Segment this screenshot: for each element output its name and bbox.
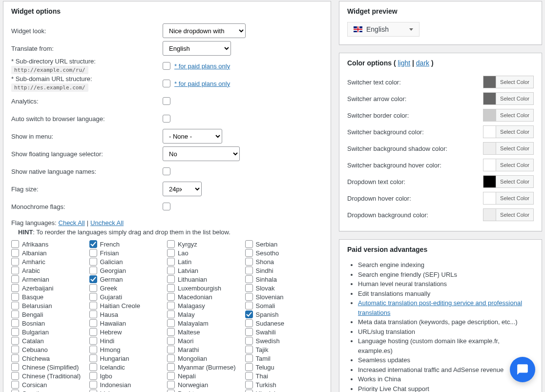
language-item[interactable]: Sindhi — [245, 266, 323, 275]
language-item[interactable]: Bulgarian — [11, 328, 89, 336]
language-item[interactable]: Telugu — [245, 363, 323, 371]
language-checkbox[interactable] — [11, 390, 19, 392]
preview-dropdown[interactable]: English — [347, 22, 419, 37]
language-item[interactable]: Spanish — [245, 310, 323, 319]
language-item[interactable]: Mongolian — [167, 354, 245, 363]
language-item[interactable]: Afrikaans — [11, 240, 89, 248]
language-checkbox[interactable] — [11, 310, 19, 318]
select-color-button[interactable]: Select Color — [496, 176, 533, 187]
language-item[interactable]: Amharic — [11, 257, 89, 266]
language-checkbox[interactable] — [245, 310, 253, 318]
language-item[interactable]: French — [89, 240, 168, 248]
language-checkbox[interactable] — [245, 267, 253, 274]
language-item[interactable]: Armenian — [11, 275, 89, 284]
language-item[interactable]: Slovenian — [245, 292, 323, 301]
language-item[interactable]: Hmong — [89, 345, 168, 354]
language-checkbox[interactable] — [167, 337, 175, 345]
language-item[interactable]: Malagasy — [167, 301, 245, 310]
language-item[interactable]: Sinhala — [245, 275, 323, 284]
language-item[interactable]: Arabic — [11, 266, 89, 275]
analytics-checkbox[interactable] — [163, 97, 170, 105]
translate-from-select[interactable]: English — [163, 41, 231, 56]
language-item[interactable]: Malay — [167, 310, 245, 319]
language-checkbox[interactable] — [11, 328, 19, 336]
language-checkbox[interactable] — [89, 346, 97, 353]
language-item[interactable]: Latvian — [167, 266, 245, 275]
language-checkbox[interactable] — [245, 249, 253, 257]
color-picker[interactable]: Select Color — [483, 208, 534, 221]
language-item[interactable]: Basque — [11, 292, 89, 301]
color-picker[interactable]: Select Color — [483, 76, 534, 88]
language-checkbox[interactable] — [89, 337, 97, 345]
language-item[interactable]: Macedonian — [167, 292, 245, 301]
language-checkbox[interactable] — [167, 267, 175, 274]
subdir-checkbox[interactable] — [163, 62, 170, 70]
language-checkbox[interactable] — [167, 284, 175, 292]
language-checkbox[interactable] — [89, 354, 97, 362]
color-picker[interactable]: Select Color — [483, 109, 534, 122]
color-picker[interactable]: Select Color — [483, 125, 534, 138]
language-item[interactable]: Catalan — [11, 336, 89, 345]
language-item[interactable]: Hausa — [89, 310, 168, 319]
language-checkbox[interactable] — [89, 284, 97, 292]
language-checkbox[interactable] — [167, 328, 175, 336]
chat-launcher[interactable] — [510, 357, 535, 382]
select-color-button[interactable]: Select Color — [496, 159, 533, 171]
language-item[interactable]: Corsican — [11, 380, 89, 389]
language-item[interactable]: Frisian — [89, 248, 168, 257]
language-item[interactable]: Tajik — [245, 345, 323, 354]
language-checkbox[interactable] — [167, 390, 175, 392]
language-checkbox[interactable] — [167, 372, 175, 380]
language-item[interactable]: Hawaiian — [89, 319, 168, 328]
language-checkbox[interactable] — [89, 319, 97, 327]
select-color-button[interactable]: Select Color — [496, 209, 533, 221]
language-item[interactable]: Norwegian — [167, 380, 245, 389]
language-item[interactable]: Lao — [167, 248, 245, 257]
language-checkbox[interactable] — [89, 328, 97, 336]
language-item[interactable]: Chinese (Simplified) — [11, 363, 89, 371]
color-picker[interactable]: Select Color — [483, 175, 534, 188]
select-color-button[interactable]: Select Color — [496, 93, 533, 104]
flag-size-select[interactable]: 24px — [163, 182, 202, 196]
language-checkbox[interactable] — [89, 293, 97, 301]
language-checkbox[interactable] — [167, 249, 175, 257]
language-checkbox[interactable] — [89, 310, 97, 318]
language-item[interactable]: Irish — [89, 389, 168, 392]
language-checkbox[interactable] — [11, 372, 19, 380]
language-checkbox[interactable] — [167, 346, 175, 353]
language-checkbox[interactable] — [245, 363, 253, 371]
language-item[interactable]: Kyrgyz — [167, 240, 245, 248]
language-item[interactable]: Serbian — [245, 240, 323, 248]
select-color-button[interactable]: Select Color — [496, 143, 533, 154]
native-names-checkbox[interactable] — [163, 167, 170, 175]
language-checkbox[interactable] — [167, 275, 175, 283]
language-checkbox[interactable] — [11, 267, 19, 274]
uncheck-all-link[interactable]: Uncheck All — [90, 219, 124, 227]
language-item[interactable]: Igbo — [89, 371, 168, 380]
language-item[interactable]: Swedish — [245, 336, 323, 345]
language-checkbox[interactable] — [167, 319, 175, 327]
language-item[interactable]: Turkish — [245, 380, 323, 389]
language-item[interactable]: Hungarian — [89, 354, 168, 363]
language-checkbox[interactable] — [167, 310, 175, 318]
language-item[interactable]: Marathi — [167, 345, 245, 354]
language-item[interactable]: Shona — [245, 257, 323, 266]
select-color-button[interactable]: Select Color — [496, 76, 533, 88]
language-checkbox[interactable] — [11, 354, 19, 362]
language-checkbox[interactable] — [11, 240, 19, 248]
language-checkbox[interactable] — [89, 381, 97, 389]
language-checkbox[interactable] — [89, 372, 97, 380]
language-item[interactable]: Haitian Creole — [89, 301, 168, 310]
show-in-menu-select[interactable]: - None - — [163, 129, 222, 144]
language-item[interactable]: Bosnian — [11, 319, 89, 328]
subdom-checkbox[interactable] — [163, 80, 170, 87]
language-checkbox[interactable] — [245, 337, 253, 345]
language-item[interactable]: Cebuano — [11, 345, 89, 354]
widget-look-select[interactable]: Nice dropdown with flags — [163, 23, 246, 38]
language-item[interactable]: Bengali — [11, 310, 89, 319]
language-checkbox[interactable] — [89, 258, 97, 266]
language-item[interactable]: Chichewa — [11, 354, 89, 363]
language-item[interactable]: Indonesian — [89, 380, 168, 389]
language-item[interactable]: Hindi — [89, 336, 168, 345]
language-checkbox[interactable] — [11, 293, 19, 301]
